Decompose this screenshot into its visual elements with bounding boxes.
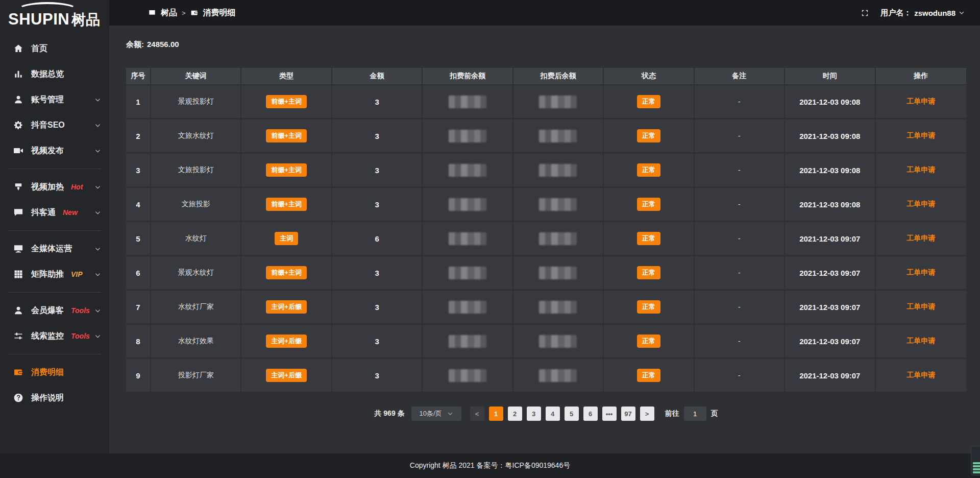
sidebar-item-all-media-operation[interactable]: 全媒体运营 [0, 236, 109, 261]
work-order-link[interactable]: 工单申请 [906, 234, 935, 242]
cell-amount: 3 [332, 256, 423, 291]
more-pages-button[interactable]: ••• [602, 407, 617, 421]
sidebar-item-data-overview[interactable]: 数据总览 [0, 61, 109, 87]
chevron-down-icon [94, 307, 101, 314]
cell-index: 4 [126, 188, 151, 222]
work-order-link[interactable]: 工单申请 [906, 97, 935, 105]
redacted-balance-after [539, 232, 577, 245]
sidebar-item-clue-monitoring[interactable]: 线索监控Tools [0, 323, 109, 349]
home-icon [13, 43, 23, 54]
sidebar-item-operation-guide[interactable]: 操作说明 [0, 385, 109, 411]
sidebar-item-home[interactable]: 首页 [0, 36, 109, 61]
sidebar-item-member-burst[interactable]: 会员爆客Tools [0, 298, 109, 323]
cell-index: 3 [126, 154, 151, 188]
prev-page-button[interactable]: < [470, 407, 484, 421]
fullscreen-icon[interactable] [861, 9, 869, 17]
question-icon [13, 393, 23, 403]
sidebar-item-douyin-seo[interactable]: 抖音SEO [0, 112, 109, 138]
video-icon [13, 146, 23, 156]
breadcrumb-root[interactable]: 树品 [161, 8, 177, 18]
cell-index: 8 [126, 325, 151, 359]
page-button-97[interactable]: 97 [621, 407, 635, 421]
work-order-link[interactable]: 工单申请 [906, 302, 935, 310]
status-badge: 正常 [637, 266, 660, 279]
sliders-icon [13, 331, 23, 341]
work-order-link[interactable]: 工单申请 [906, 337, 935, 345]
cell-time: 2021-12-03 09:08 [785, 188, 875, 222]
cell-index: 1 [126, 85, 151, 119]
redacted-balance-before [449, 369, 486, 382]
widget-bar [973, 468, 980, 470]
sidebar-item-account-management[interactable]: 账号管理 [0, 87, 109, 112]
menu-badge: VIP [71, 270, 83, 278]
sidebar-item-label: 视频发布 [31, 146, 64, 156]
cell-amount: 3 [332, 291, 423, 325]
type-badge: 前缀+主词 [266, 266, 307, 279]
menu-badge: Tools [71, 306, 90, 315]
sidebar-item-label: 消费明细 [31, 367, 64, 378]
work-order-link[interactable]: 工单申请 [906, 268, 935, 276]
menu-badge: Tools [71, 332, 90, 340]
type-badge: 主词 [275, 232, 298, 245]
breadcrumb-current: 消费明细 [203, 8, 236, 18]
work-order-link[interactable]: 工单申请 [906, 371, 935, 379]
sidebar-item-douketong[interactable]: 抖客通New [0, 200, 109, 225]
sidebar-menu: 首页数据总览账号管理抖音SEO视频发布视频加热Hot抖客通New全媒体运营矩阵助… [0, 32, 109, 411]
redacted-balance-before [449, 335, 486, 348]
column-header: 扣费前余额 [423, 68, 513, 85]
redacted-balance-before [449, 164, 486, 177]
sidebar-item-label: 全媒体运营 [31, 244, 72, 254]
page-button-1[interactable]: 1 [489, 407, 503, 421]
work-order-link[interactable]: 工单申请 [906, 200, 935, 208]
redacted-balance-before [449, 198, 486, 211]
work-order-link[interactable]: 工单申请 [906, 131, 935, 139]
cell-remark: - [695, 188, 785, 222]
cell-time: 2021-12-03 09:08 [785, 85, 875, 119]
sidebar-item-label: 数据总览 [31, 69, 64, 80]
cell-keyword: 投影灯厂家 [151, 359, 241, 393]
bar-chart-icon [13, 69, 23, 79]
sidebar-item-matrix-boost[interactable]: 矩阵助推VIP [0, 261, 109, 287]
page-button-5[interactable]: 5 [565, 407, 579, 421]
cell-time: 2021-12-03 09:07 [785, 222, 875, 256]
copyright-text: Copyright 树品 2021 备案号：粤ICP备09019646号 [410, 461, 570, 470]
sidebar-divider [8, 169, 101, 169]
cell-keyword: 文旅投影灯 [151, 154, 241, 188]
table-row: 4文旅投影前缀+主词3正常-2021-12-03 09:08工单申请 [126, 188, 966, 222]
page-button-6[interactable]: 6 [583, 407, 598, 421]
redacted-balance-after [539, 335, 577, 348]
type-badge: 前缀+主词 [266, 198, 307, 211]
column-header: 备注 [695, 68, 785, 85]
breadcrumb-separator: > [182, 9, 186, 17]
page-size-select[interactable]: 10条/页 [411, 407, 461, 421]
sidebar-item-consumption-details[interactable]: 消费明细 [0, 360, 109, 385]
goto-page-input[interactable] [684, 407, 706, 421]
sidebar-item-video-publish[interactable]: 视频发布 [0, 138, 109, 163]
chevron-down-icon [94, 246, 101, 252]
page-button-3[interactable]: 3 [527, 407, 541, 421]
next-page-button[interactable]: > [640, 407, 654, 421]
username: zswodun88 [914, 9, 955, 17]
chat-icon [13, 207, 23, 218]
column-header: 类型 [241, 68, 332, 85]
corner-widget[interactable] [971, 446, 980, 475]
balance-value: 24856.00 [147, 40, 179, 49]
sidebar-item-video-heating[interactable]: 视频加热Hot [0, 174, 109, 200]
user-dropdown[interactable]: 用户名：zswodun88 [880, 8, 965, 18]
cell-time: 2021-12-03 09:07 [785, 291, 875, 325]
sidebar-item-label: 抖音SEO [31, 120, 65, 131]
sidebar-divider [8, 354, 101, 354]
page-button-2[interactable]: 2 [508, 407, 522, 421]
table-row: 8水纹灯效果主词+后缀3正常-2021-12-03 09:07工单申请 [126, 325, 966, 359]
cell-time: 2021-12-03 09:07 [785, 256, 875, 291]
page-button-4[interactable]: 4 [546, 407, 560, 421]
cell-time: 2021-12-03 09:07 [785, 359, 875, 393]
grid-icon [13, 269, 23, 279]
consumption-table: 序号关键词类型金额扣费前余额扣费后余额状态备注时间操作 1景观投影灯前缀+主词3… [126, 68, 966, 393]
chevron-down-icon [94, 122, 101, 129]
app-icon [148, 9, 156, 17]
cell-time: 2021-12-03 09:07 [785, 325, 875, 359]
status-badge: 正常 [637, 369, 660, 382]
cell-index: 2 [126, 119, 151, 154]
work-order-link[interactable]: 工单申请 [906, 165, 935, 174]
